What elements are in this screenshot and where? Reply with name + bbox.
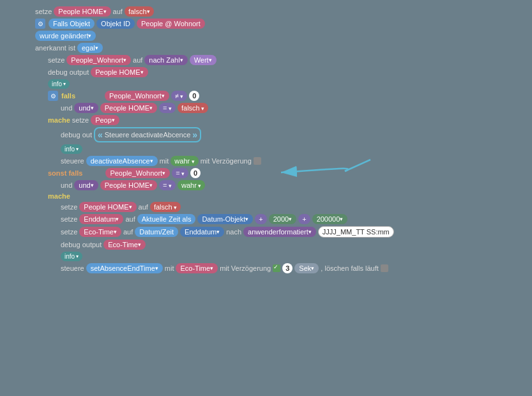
mit2-label: mit	[165, 264, 174, 272]
und-label: und	[61, 104, 72, 112]
row-setze-enddatum: setze Enddatum auf Aktuelle Zeit als Dat…	[61, 214, 521, 224]
eq2-operator[interactable]: =	[159, 180, 176, 190]
sonst-eq-operator[interactable]: =	[172, 168, 188, 178]
row-mache2: mache	[48, 192, 521, 200]
open-quote: «	[98, 130, 103, 140]
und2-people-home-pill[interactable]: People HOME	[100, 180, 157, 190]
mit-verzogerung2-label: mit Verzögerung	[220, 264, 271, 272]
mache-peop-pill[interactable]: Peop	[91, 115, 119, 125]
falls-wohnort-pill[interactable]: People_Wohnort	[105, 91, 169, 101]
row-info1: info	[48, 79, 521, 89]
und2-pill[interactable]: und	[74, 180, 98, 190]
row-setze-people-home-2: setze People HOME auf falsch	[61, 202, 521, 212]
wert-pill[interactable]: Wert	[190, 55, 217, 65]
cog-icon-falls: ⚙	[48, 91, 58, 101]
und-pill[interactable]: und	[74, 103, 98, 113]
setze-label2: setze	[48, 56, 65, 64]
datum-objekt-pill[interactable]: Datum-Objekt	[197, 214, 253, 224]
und-falsch-pill[interactable]: falsch	[178, 103, 208, 113]
row-anerkannt: anerkannt ist egal	[35, 43, 521, 53]
val2000-pill[interactable]: 2000	[269, 214, 296, 224]
loschen-checkbox[interactable]	[381, 264, 388, 272]
mache-setze: setze	[72, 116, 89, 124]
und2-wahr-pill[interactable]: wahr	[178, 180, 205, 190]
debug-eco-time-pill[interactable]: Eco-Time	[103, 240, 146, 250]
eco-time-pill[interactable]: Eco-Time	[79, 227, 121, 237]
und-label2: und	[61, 181, 72, 189]
mit-verzogerung-label: mit Verzögerung	[201, 157, 252, 165]
verzogerung2-checkbox[interactable]	[273, 264, 280, 272]
verzogerung-checkbox[interactable]	[254, 157, 261, 165]
nach-zahl-pill[interactable]: nach Zahl	[144, 55, 187, 65]
steuere2-label: steuere	[61, 264, 84, 272]
setze4: setze	[61, 215, 77, 223]
people-home-pill[interactable]: People HOME	[54, 6, 110, 17]
debug-people-home-pill[interactable]: People HOME	[91, 67, 148, 77]
setze3: setze	[61, 203, 77, 211]
cog-icon: ⚙	[35, 19, 45, 29]
zero-value: 0	[189, 91, 199, 101]
indented-section: setze People_Wohnort auf nach Zahl Wert …	[48, 55, 521, 273]
eco-time-pill2[interactable]: Eco-Time	[176, 263, 218, 273]
sonst-falls-keyword: sonst falls	[48, 169, 82, 177]
plus2-op: +	[298, 214, 310, 224]
sek-pill[interactable]: Sek	[294, 263, 319, 273]
set-absence-pill[interactable]: setAbsenceEndTime	[86, 263, 163, 273]
sonst-wohnort-pill[interactable]: People_Wohnort	[105, 168, 170, 178]
row-und: und und People HOME = falsch	[61, 103, 521, 113]
neq-operator[interactable]: ≠	[171, 91, 188, 101]
anwenderformatiert-pill[interactable]: anwenderformatiert	[243, 227, 316, 237]
debug-label: debug output	[48, 68, 89, 76]
enddatum-pill[interactable]: Enddatum	[79, 214, 123, 224]
mache-keyword: mache	[48, 116, 70, 124]
row-setze-wohnort: setze People_Wohnort auf nach Zahl Wert	[48, 55, 521, 65]
auf4: auf	[125, 215, 135, 223]
val200000-pill[interactable]: 200000	[312, 214, 348, 224]
row-debug-highlight: debug out « Steuere deactivateAbcence »	[61, 127, 521, 142]
row-debug-eco: debug output Eco-Time	[61, 240, 521, 250]
row-steuere-deactivate: steuere deactivateAbsence mit wahr mit V…	[61, 156, 521, 166]
format-input[interactable]: JJJJ_MM_TT SS:mm	[318, 226, 394, 238]
eco-enddatum-pill[interactable]: Enddatum	[180, 227, 224, 237]
loschen-label: , löschen falls läuft	[321, 264, 379, 272]
close-quote: »	[192, 130, 197, 140]
sonst-zero-value: 0	[190, 168, 201, 178]
people-wohnort-objekt-pill[interactable]: People @ Wohnort	[137, 19, 205, 29]
und-people-home-pill[interactable]: People HOME	[100, 103, 157, 113]
datum-zeit-label: Datum/Zeit	[135, 227, 178, 237]
falls-objekt-pill[interactable]: Falls Objekt	[49, 19, 95, 29]
eq-operator[interactable]: =	[159, 103, 176, 113]
info-pill-3[interactable]: info	[61, 252, 82, 261]
row-steuere-eco: steuere setAbsenceEndTime mit Eco-Time m…	[61, 263, 521, 273]
setze5: setze	[61, 228, 77, 236]
wahr-pill[interactable]: wahr	[171, 156, 198, 166]
steuere-label: steuere	[61, 157, 84, 165]
row-setze-eco-time: setze Eco-Time auf Datum/Zeit Enddatum n…	[61, 226, 521, 238]
row-mache1: mache setze Peop	[48, 115, 521, 125]
objekt-id-pill[interactable]: Objekt ID	[96, 19, 135, 29]
row-info3: info	[61, 252, 521, 261]
row-falls: ⚙ falls People_Wohnort ≠ 0	[48, 91, 521, 101]
falsch-pill[interactable]: falsch	[125, 6, 154, 17]
setze-ph-pill[interactable]: People HOME	[79, 202, 136, 212]
deactivate-absence-pill[interactable]: deactivateAbsence	[86, 156, 158, 166]
highlight-steuere-box: « Steuere deactivateAbcence »	[94, 127, 201, 142]
egal-pill[interactable]: egal	[77, 43, 103, 53]
row-und2: und und People HOME = wahr	[61, 180, 521, 190]
debug-out-label: debug out	[61, 131, 92, 139]
row-falls-objekt: ⚙ Falls Objekt Objekt ID People @ Wohnor…	[35, 19, 521, 29]
info-pill-1[interactable]: info	[48, 79, 70, 89]
anerkannt-label: anerkannt ist	[35, 44, 75, 52]
falls-keyword: falls	[61, 92, 75, 100]
setze-falsch-pill[interactable]: falsch	[150, 202, 181, 212]
info-pill-2[interactable]: info	[61, 144, 82, 154]
aktuelle-zeit-label: Aktuelle Zeit als	[137, 214, 196, 224]
auf3: auf	[139, 203, 148, 211]
auf-label2: auf	[133, 56, 142, 64]
plus1-op: +	[255, 214, 266, 224]
setze-label: setze	[35, 8, 52, 15]
row-wurde-geandert: wurde geändert	[35, 31, 521, 41]
wurde-geandert-pill[interactable]: wurde geändert	[35, 31, 96, 41]
row-info2: info	[61, 144, 521, 154]
people-wohnort-pill[interactable]: People_Wohnort	[66, 55, 131, 65]
